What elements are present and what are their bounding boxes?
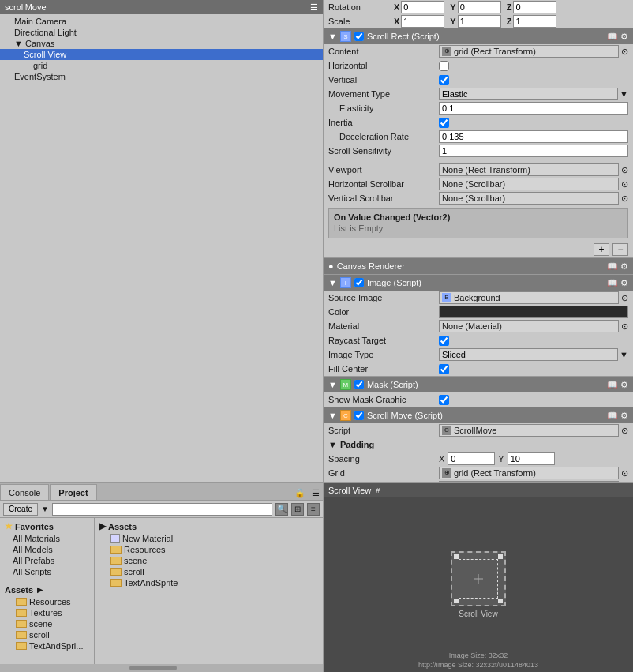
image-type-select[interactable]: Sliced xyxy=(439,348,618,361)
view-icon[interactable]: ≡ xyxy=(307,503,320,516)
fav-item-all-models[interactable]: All Models xyxy=(2,544,92,555)
canvas-renderer-caret[interactable]: ● xyxy=(328,261,334,271)
image-enable-checkbox[interactable] xyxy=(354,278,364,287)
show-mask-checkbox[interactable] xyxy=(439,395,449,405)
mask-gear-icon[interactable]: ⚙ xyxy=(620,380,628,390)
v-scrollbar-value: None (Scrollbar) xyxy=(439,192,619,205)
image-book-icon[interactable]: 📖 xyxy=(607,278,618,288)
rotation-x-input[interactable] xyxy=(401,1,444,13)
asset-item-textandsprite[interactable]: TextAndSpri... xyxy=(2,640,92,651)
panel-lock-icon[interactable]: 🔒 xyxy=(291,486,309,500)
fav-item-all-scripts[interactable]: All Scripts xyxy=(2,566,92,577)
image-title: Image (Script) xyxy=(367,278,421,287)
color-swatch[interactable] xyxy=(439,306,628,318)
fav-item-all-materials[interactable]: All Materials xyxy=(2,533,92,544)
scale-y-input[interactable] xyxy=(458,15,501,28)
asset-scroll-folder[interactable]: scroll xyxy=(96,566,321,577)
script-target-icon[interactable]: ⊙ xyxy=(621,426,628,436)
content-ref-icon: ⊕ xyxy=(442,47,451,56)
spacing-y-input[interactable] xyxy=(508,452,555,465)
project-tab[interactable]: Project xyxy=(50,484,96,500)
material-target-icon[interactable]: ⊙ xyxy=(621,321,628,332)
content-ref[interactable]: ⊕ grid (Rect Transform) xyxy=(439,45,619,58)
asset-resources[interactable]: Resources xyxy=(96,544,321,555)
mask-caret[interactable]: ▼ xyxy=(328,380,337,389)
asset-item-textures[interactable]: Textures xyxy=(2,607,92,618)
inertia-checkbox[interactable] xyxy=(439,118,449,128)
scroll-sensitivity-input[interactable] xyxy=(439,145,628,157)
image-gear-icon[interactable]: ⚙ xyxy=(620,278,628,288)
vertical-checkbox[interactable] xyxy=(439,75,449,85)
raycast-checkbox[interactable] xyxy=(439,336,449,346)
scroll-rect-icon: S xyxy=(340,31,351,42)
fav-item-all-models-label: All Models xyxy=(13,545,53,554)
asset-textandsprite-folder[interactable]: TextAndSprite xyxy=(96,577,321,588)
fill-center-checkbox[interactable] xyxy=(439,364,449,374)
create-dropdown-arrow[interactable]: ▼ xyxy=(41,505,49,513)
scroll-move-book-icon[interactable]: 📖 xyxy=(607,411,618,421)
scrollbar-thumb[interactable] xyxy=(129,666,177,670)
hierarchy-item-canvas[interactable]: ▼ Canvas xyxy=(0,38,323,49)
scale-z-input[interactable] xyxy=(513,15,556,28)
v-scrollbar-target-icon[interactable]: ⊙ xyxy=(621,193,628,204)
scroll-rect-enable-checkbox[interactable] xyxy=(354,32,364,41)
scroll-move-gear-icon[interactable]: ⚙ xyxy=(620,411,628,421)
filter-icon[interactable]: ⊞ xyxy=(291,503,304,516)
hierarchy-item-grid[interactable]: grid xyxy=(0,60,323,71)
scroll-move-enable-checkbox[interactable] xyxy=(354,411,364,420)
h-scrollbar-ref[interactable]: None (Scrollbar) xyxy=(439,178,619,190)
deceleration-input[interactable] xyxy=(439,130,628,143)
scroll-move-caret[interactable]: ▼ xyxy=(328,411,337,420)
viewport-ref[interactable]: None (Rect Transform) xyxy=(439,163,619,176)
horizontal-checkbox[interactable] xyxy=(439,61,449,71)
hierarchy-item-event-system[interactable]: EventSystem xyxy=(0,71,323,82)
rotation-z-input[interactable] xyxy=(513,1,556,13)
rotation-y-input[interactable] xyxy=(458,1,501,13)
script-ref[interactable]: C ScrollMove xyxy=(439,424,619,437)
v-scrollbar-ref[interactable]: None (Scrollbar) xyxy=(439,192,619,205)
hierarchy-item-scroll-view[interactable]: Scroll View xyxy=(0,49,323,60)
mask-enable-checkbox[interactable] xyxy=(354,380,364,389)
hierarchy-item-directional-light[interactable]: Directional Light xyxy=(0,27,323,38)
padding-caret[interactable]: ▼ xyxy=(328,440,337,449)
asset-item-scene[interactable]: scene xyxy=(2,618,92,629)
on-value-minus-button[interactable]: − xyxy=(612,243,628,256)
fav-item-all-prefabs[interactable]: All Prefabs xyxy=(2,555,92,566)
grid-target-icon[interactable]: ⊙ xyxy=(621,468,628,479)
content-row: Content ⊕ grid (Rect Transform) ⊙ xyxy=(324,44,633,58)
spacing-x-input[interactable] xyxy=(448,452,495,465)
movement-type-select[interactable]: Elastic xyxy=(439,88,618,100)
canvas-renderer-gear-icon[interactable]: ⚙ xyxy=(620,261,628,272)
hierarchy-item-main-camera[interactable]: Main Camera xyxy=(0,16,323,27)
content-target-icon[interactable]: ⊙ xyxy=(621,47,628,57)
scroll-rect-book-icon[interactable]: 📖 xyxy=(607,32,618,42)
asset-item-resources[interactable]: Resources xyxy=(2,596,92,607)
search-icon[interactable]: 🔍 xyxy=(275,503,288,516)
on-value-plus-button[interactable]: + xyxy=(594,243,609,256)
mask-book-icon[interactable]: 📖 xyxy=(607,380,618,390)
source-image-target-icon[interactable]: ⊙ xyxy=(621,293,628,303)
favorites-column: ★ Favorites All Materials All Models All… xyxy=(0,518,95,664)
grid-ref[interactable]: ⊕ grid (Rect Transform) xyxy=(439,467,619,479)
vertical-row: Vertical xyxy=(324,73,633,87)
asset-scene-folder[interactable]: scene xyxy=(96,555,321,566)
create-button[interactable]: Create xyxy=(3,503,38,516)
material-ref[interactable]: None (Material) xyxy=(439,320,619,332)
hierarchy-menu-icon[interactable]: ☰ xyxy=(310,2,318,13)
scroll-rect-caret[interactable]: ▼ xyxy=(328,32,337,41)
elasticity-input[interactable] xyxy=(439,102,628,115)
asset-item-scroll[interactable]: scroll xyxy=(2,629,92,640)
asset-textandsprite-label: TextAndSprite xyxy=(124,578,178,588)
viewport-target-icon[interactable]: ⊙ xyxy=(621,165,628,175)
scale-x-input[interactable] xyxy=(401,15,444,28)
console-tab[interactable]: Console xyxy=(0,484,49,500)
source-image-ref[interactable]: B Background xyxy=(439,291,619,304)
asset-new-material[interactable]: New Material xyxy=(96,533,321,544)
image-caret[interactable]: ▼ xyxy=(328,278,337,287)
panel-menu-icon[interactable]: ☰ xyxy=(309,486,323,500)
scroll-rect-gear-icon[interactable]: ⚙ xyxy=(620,32,628,42)
search-input[interactable] xyxy=(52,503,272,516)
fav-item-all-scripts-label: All Scripts xyxy=(13,567,51,576)
h-scrollbar-target-icon[interactable]: ⊙ xyxy=(621,179,628,190)
canvas-renderer-book-icon[interactable]: 📖 xyxy=(607,261,618,272)
